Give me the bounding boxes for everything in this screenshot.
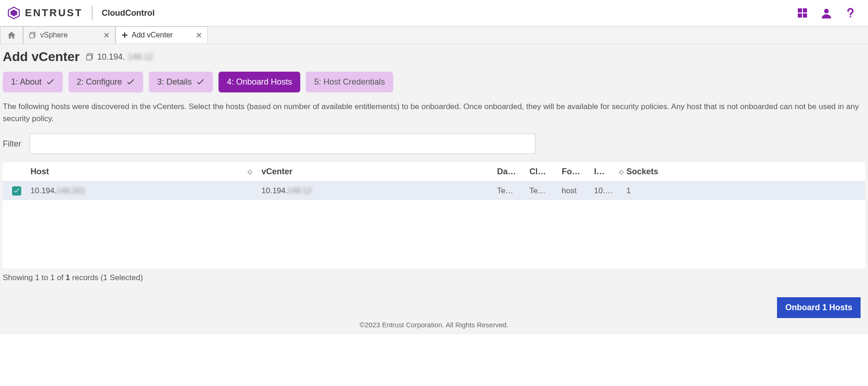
sort-icon[interactable]: ◇ [248,168,252,175]
home-icon [7,31,16,40]
tab-vsphere[interactable]: vSphere ✕ [23,26,115,43]
tab-add-vcenter[interactable]: Add vCenter ✕ [115,26,208,43]
table-row[interactable]: 10.194.148.201 10.194.148.12 Te… Te… hos… [3,182,865,200]
cell-ip: 10.… [594,182,626,200]
apps-icon[interactable] [797,7,808,18]
page-content: Add vCenter 10.194.148.12 1: About 2: Co… [0,44,868,334]
cell-cluster: Te… [529,182,562,200]
svg-rect-5 [803,13,807,18]
tab-add-vcenter-label: Add vCenter [132,31,173,39]
svg-rect-2 [798,8,802,12]
sort-icon[interactable]: ◇ [619,168,624,175]
product-name: CloudControl [102,8,155,18]
page-title-row: Add vCenter 10.194.148.12 [3,49,865,64]
svg-rect-3 [803,8,807,12]
stack-icon [86,53,94,61]
filter-row: Filter [3,134,865,154]
svg-point-6 [824,9,829,13]
wizard-step-host-credentials[interactable]: 5: Host Credentials [306,72,393,92]
wizard-step-onboard-hosts[interactable]: 4: Onboard Hosts [219,72,300,92]
col-datacenter[interactable]: Da… [497,162,529,181]
wizard-step-label: 2: Configure [77,77,122,87]
table-header: Host ◇ vCenter Da… Cl… Fo… I… ◇ Sockets [3,162,865,182]
wizard-step-configure[interactable]: 2: Configure [68,72,143,92]
cell-sockets: 1 [626,182,673,200]
wizard-step-details[interactable]: 3: Details [149,72,213,92]
wizard-steps: 1: About 2: Configure 3: Details 4: Onbo… [3,72,865,92]
wizard-step-label: 1: About [11,77,42,87]
cell-vcenter: 10.194.148.12 [261,182,497,200]
close-icon[interactable]: ✕ [103,31,109,40]
help-icon[interactable] [845,7,856,18]
user-icon[interactable] [821,7,832,18]
wizard-step-about[interactable]: 1: About [3,72,63,92]
svg-rect-11 [122,35,127,36]
filter-label: Filter [3,139,21,149]
brand-name: ENTRUST [25,7,83,19]
hex-logo-icon [7,6,20,19]
hosts-table: Host ◇ vCenter Da… Cl… Fo… I… ◇ Sockets … [3,162,865,269]
wizard-step-label: 3: Details [157,77,192,87]
svg-point-7 [850,16,851,17]
stack-icon [29,31,36,39]
col-host[interactable]: Host ◇ [30,162,261,181]
col-folder[interactable]: Fo… [562,162,594,181]
cell-host: 10.194.148.201 [30,182,261,200]
table-status: Showing 1 to 1 of 1 records (1 Selected) [3,269,865,287]
svg-rect-4 [798,13,802,18]
step-description: The following hosts were discovered in t… [3,101,865,124]
onboard-button[interactable]: Onboard 1 Hosts [777,297,861,318]
page-title: Add vCenter [3,49,79,64]
plus-icon [121,32,128,38]
row-checkbox[interactable] [12,186,21,196]
brand-divider [92,6,92,20]
header: ENTRUST CloudControl [0,0,868,26]
cell-datacenter: Te… [497,182,529,200]
svg-marker-1 [11,10,18,17]
wizard-step-label: 5: Host Credentials [314,77,385,87]
page-ip: 10.194.148.12 [86,52,153,62]
col-ip[interactable]: I… ◇ [594,162,626,181]
check-icon [196,79,205,86]
col-checkbox [3,167,30,177]
check-icon [13,188,20,194]
col-sockets[interactable]: Sockets [626,162,673,181]
wizard-step-label: 4: Onboard Hosts [227,77,292,87]
svg-rect-13 [87,55,92,60]
check-icon [127,79,135,86]
brand-logo-group[interactable]: ENTRUST [7,6,83,19]
close-icon[interactable]: ✕ [196,31,202,40]
check-icon [46,79,55,86]
header-right [797,7,861,18]
home-tab[interactable] [0,26,23,43]
tab-bar: vSphere ✕ Add vCenter ✕ [0,26,868,44]
cta-row: Onboard 1 Hosts [3,287,865,318]
tab-vsphere-label: vSphere [40,31,68,39]
col-cluster[interactable]: Cl… [529,162,562,181]
svg-rect-9 [30,34,34,38]
cell-folder: host [562,182,594,200]
filter-input[interactable] [30,134,535,154]
col-vcenter[interactable]: vCenter [261,162,497,181]
footer: ©2023 Entrust Corporation. All Rights Re… [3,318,865,329]
